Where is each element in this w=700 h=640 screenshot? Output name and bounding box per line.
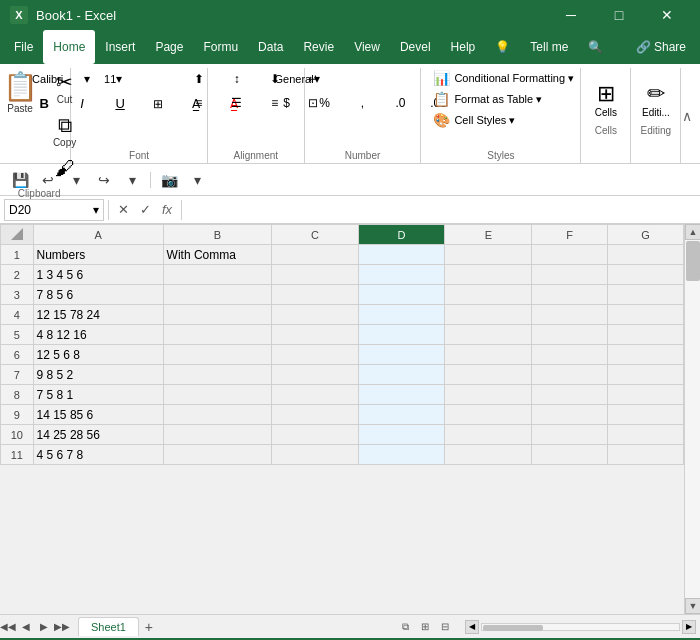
- cell-D8[interactable]: [358, 385, 445, 405]
- corner-cell[interactable]: [1, 225, 34, 245]
- italic-button[interactable]: I: [64, 92, 100, 115]
- cell-A1[interactable]: Numbers: [33, 245, 163, 265]
- cell-D3[interactable]: [358, 285, 445, 305]
- collapse-ribbon-button[interactable]: ∧: [681, 68, 692, 163]
- cell-styles-button[interactable]: 🎨 Cell Styles ▾: [429, 110, 572, 130]
- cell-D10[interactable]: [358, 425, 445, 445]
- cell-E3[interactable]: [445, 285, 532, 305]
- h-scroll-track[interactable]: [481, 623, 680, 631]
- vertical-scrollbar[interactable]: ▲ ▼: [684, 224, 700, 614]
- menu-view[interactable]: View: [344, 30, 390, 64]
- sheet-first-button[interactable]: ◀◀: [0, 619, 16, 635]
- cell-G9[interactable]: [608, 405, 684, 425]
- cell-F8[interactable]: [532, 385, 608, 405]
- cell-D5[interactable]: [358, 325, 445, 345]
- col-header-A[interactable]: A: [33, 225, 163, 245]
- cell-G8[interactable]: [608, 385, 684, 405]
- cell-B9[interactable]: [163, 405, 271, 425]
- format-as-table-button[interactable]: 📋 Format as Table ▾: [429, 89, 572, 109]
- cell-G5[interactable]: [608, 325, 684, 345]
- cell-E7[interactable]: [445, 365, 532, 385]
- redo-button[interactable]: ↪: [92, 168, 116, 192]
- cell-G10[interactable]: [608, 425, 684, 445]
- number-format-dropdown[interactable]: General ▾: [269, 68, 326, 90]
- cell-B3[interactable]: [163, 285, 271, 305]
- cell-C10[interactable]: [272, 425, 359, 445]
- cell-D2[interactable]: [358, 265, 445, 285]
- maximize-button[interactable]: □: [596, 0, 642, 30]
- col-header-B[interactable]: B: [163, 225, 271, 245]
- col-header-C[interactable]: C: [272, 225, 359, 245]
- cells-button[interactable]: ⊞ Cells: [582, 76, 630, 123]
- cell-F3[interactable]: [532, 285, 608, 305]
- cell-B2[interactable]: [163, 265, 271, 285]
- cell-C7[interactable]: [272, 365, 359, 385]
- scroll-left-button[interactable]: ◀: [465, 620, 479, 634]
- cell-C6[interactable]: [272, 345, 359, 365]
- row-header-8[interactable]: 8: [1, 385, 34, 405]
- cell-D1[interactable]: [358, 245, 445, 265]
- cell-E5[interactable]: [445, 325, 532, 345]
- row-header-2[interactable]: 2: [1, 265, 34, 285]
- cell-E4[interactable]: [445, 305, 532, 325]
- cell-A2[interactable]: 1 3 4 5 6: [33, 265, 163, 285]
- align-middle-button[interactable]: ↕: [219, 68, 255, 90]
- cell-C5[interactable]: [272, 325, 359, 345]
- cell-C1[interactable]: [272, 245, 359, 265]
- name-box[interactable]: D20 ▾: [4, 199, 104, 221]
- menu-lightbulb[interactable]: 💡: [485, 30, 520, 64]
- cell-C4[interactable]: [272, 305, 359, 325]
- scroll-right-button[interactable]: ▶: [682, 620, 696, 634]
- cell-C9[interactable]: [272, 405, 359, 425]
- cell-C2[interactable]: [272, 265, 359, 285]
- cell-B1[interactable]: With Comma: [163, 245, 271, 265]
- cell-F10[interactable]: [532, 425, 608, 445]
- row-header-4[interactable]: 4: [1, 305, 34, 325]
- cell-A9[interactable]: 14 15 85 6: [33, 405, 163, 425]
- cell-C3[interactable]: [272, 285, 359, 305]
- scroll-track[interactable]: [685, 240, 700, 598]
- cell-E9[interactable]: [445, 405, 532, 425]
- sheet-last-button[interactable]: ▶▶: [54, 619, 70, 635]
- cell-C8[interactable]: [272, 385, 359, 405]
- row-header-9[interactable]: 9: [1, 405, 34, 425]
- cell-G4[interactable]: [608, 305, 684, 325]
- minimize-button[interactable]: ─: [548, 0, 594, 30]
- cell-E10[interactable]: [445, 425, 532, 445]
- page-break-button[interactable]: ⊞: [417, 619, 433, 635]
- cell-E6[interactable]: [445, 345, 532, 365]
- col-header-E[interactable]: E: [445, 225, 532, 245]
- menu-formulas[interactable]: Formu: [193, 30, 248, 64]
- cell-D9[interactable]: [358, 405, 445, 425]
- close-button[interactable]: ✕: [644, 0, 690, 30]
- page-layout-button[interactable]: ⊟: [437, 619, 453, 635]
- menu-help[interactable]: Help: [441, 30, 486, 64]
- col-header-D[interactable]: D: [358, 225, 445, 245]
- cell-B8[interactable]: [163, 385, 271, 405]
- cell-A10[interactable]: 14 25 28 56: [33, 425, 163, 445]
- align-center-button[interactable]: ☰: [219, 92, 255, 114]
- cell-A8[interactable]: 7 5 8 1: [33, 385, 163, 405]
- row-header-7[interactable]: 7: [1, 365, 34, 385]
- cell-B4[interactable]: [163, 305, 271, 325]
- cell-D11[interactable]: [358, 445, 445, 465]
- cell-F2[interactable]: [532, 265, 608, 285]
- row-header-1[interactable]: 1: [1, 245, 34, 265]
- comma-button[interactable]: ,: [345, 92, 381, 114]
- cell-B11[interactable]: [163, 445, 271, 465]
- menu-data[interactable]: Data: [248, 30, 293, 64]
- cell-A7[interactable]: 9 8 5 2: [33, 365, 163, 385]
- menu-tell-me[interactable]: Tell me: [520, 30, 578, 64]
- conditional-formatting-button[interactable]: 📊 Conditional Formatting ▾: [429, 68, 572, 88]
- col-header-F[interactable]: F: [532, 225, 608, 245]
- formula-fx-button[interactable]: fx: [157, 200, 177, 220]
- col-header-G[interactable]: G: [608, 225, 684, 245]
- menu-page[interactable]: Page: [145, 30, 193, 64]
- cell-D6[interactable]: [358, 345, 445, 365]
- border-button[interactable]: ⊞: [140, 93, 176, 115]
- cell-D4[interactable]: [358, 305, 445, 325]
- cell-B6[interactable]: [163, 345, 271, 365]
- page-mode-button[interactable]: ⧉: [397, 619, 413, 635]
- undo-dropdown[interactable]: ▾: [64, 168, 88, 192]
- bold-button[interactable]: B: [26, 92, 62, 115]
